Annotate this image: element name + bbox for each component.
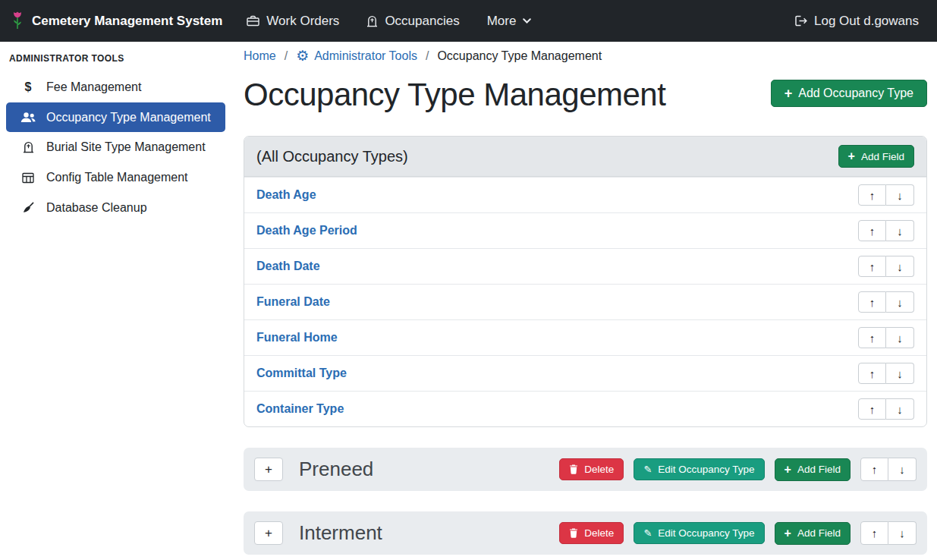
sidebar-item-occupancy-type-management[interactable]: Occupancy Type Management [6,102,225,132]
gear-icon: ⚙ [296,49,309,63]
breadcrumb-home[interactable]: Home [244,49,276,63]
field-row: Container Type ↑ ↓ [244,391,926,426]
move-up-button[interactable]: ↑ [858,363,886,384]
pencil-icon: ✎ [643,528,652,538]
sidebar-item-label: Burial Site Type Management [46,140,206,154]
field-link-committal-type[interactable]: Committal Type [256,367,347,380]
add-occupancy-type-label: Add Occupancy Type [798,87,913,100]
move-up-button[interactable]: ↑ [860,521,888,545]
brand-title: Cemetery Management System [32,14,222,29]
sidebar-item-label: Config Table Management [46,171,188,184]
move-down-button[interactable]: ↓ [888,458,917,481]
delete-button[interactable]: Delete [559,522,624,544]
page-title: Occupancy Type Management [244,77,665,113]
occupancy-type-section-interment: + Interment Delete ✎ Edit Occupancy Type [244,511,927,555]
reorder-buttons: ↑ ↓ [858,184,914,206]
plus-icon: + [848,150,855,162]
reorder-buttons: ↑ ↓ [858,398,914,420]
move-down-button[interactable]: ↓ [886,256,914,277]
breadcrumb-admin-tools[interactable]: ⚙ Administrator Tools [296,49,417,63]
card-header: (All Occupancy Types) + Add Field [244,137,926,177]
move-up-button[interactable]: ↑ [860,458,888,481]
all-occupancy-types-card: (All Occupancy Types) + Add Field Death … [244,136,927,427]
nav-work-orders-label: Work Orders [266,14,339,29]
edit-occupancy-type-button[interactable]: ✎ Edit Occupancy Type [634,458,764,480]
table-icon [20,172,36,184]
occupancy-type-section-preneed: + Preneed Delete ✎ Edit Occupancy Type [244,448,927,491]
reorder-buttons: ↑ ↓ [858,256,914,277]
nav-work-orders[interactable]: Work Orders [247,14,339,29]
move-up-button[interactable]: ↑ [858,184,886,206]
field-link-container-type[interactable]: Container Type [256,402,344,416]
field-link-funeral-date[interactable]: Funeral Date [256,295,330,309]
toolbox-icon [247,15,259,27]
move-up-button[interactable]: ↑ [858,256,886,277]
nav-occupancies[interactable]: Occupancies [366,14,459,29]
move-down-button[interactable]: ↓ [886,327,914,348]
logout-button[interactable]: Log Out d.gowans [794,14,919,29]
expand-button[interactable]: + [254,458,283,481]
delete-label: Delete [584,527,614,539]
add-field-label: Add Field [797,464,841,475]
nav-occupancies-label: Occupancies [385,14,459,29]
sidebar-heading: ADMINISTRATOR TOOLS [0,46,231,72]
reorder-buttons: ↑ ↓ [858,363,914,384]
breadcrumb-separator: / [285,49,288,63]
move-down-button[interactable]: ↓ [886,220,914,241]
move-up-button[interactable]: ↑ [858,398,886,420]
broom-icon [20,202,36,214]
move-down-button[interactable]: ↓ [886,184,914,206]
move-down-button[interactable]: ↓ [886,363,914,384]
reorder-buttons: ↑ ↓ [858,291,914,313]
breadcrumb-current: Occupancy Type Management [437,49,602,63]
sidebar-item-fee-management[interactable]: $ Fee Management [0,72,231,102]
add-field-button[interactable]: + Add Field [775,458,851,481]
add-occupancy-type-button[interactable]: + Add Occupancy Type [771,80,927,107]
move-down-button[interactable]: ↓ [886,398,914,420]
field-link-death-age-period[interactable]: Death Age Period [256,224,357,238]
expand-button[interactable]: + [254,521,283,545]
logout-icon [794,15,807,27]
breadcrumb-admin-tools-label: Administrator Tools [314,49,417,63]
dollar-icon: $ [20,80,36,94]
sidebar-item-database-cleanup[interactable]: Database Cleanup [0,193,231,223]
brand[interactable]: Cemetery Management System [11,11,222,31]
reorder-buttons: ↑ ↓ [860,521,917,545]
tombstone-icon [366,15,378,27]
field-row: Funeral Date ↑ ↓ [244,284,926,319]
nav-more-label: More [487,14,517,29]
sidebar-item-label: Database Cleanup [46,201,147,215]
move-down-button[interactable]: ↓ [888,521,917,545]
add-field-button[interactable]: + Add Field [775,522,851,545]
move-down-button[interactable]: ↓ [886,291,914,313]
reorder-buttons: ↑ ↓ [858,220,914,241]
tulip-logo-icon [11,11,24,31]
sidebar-item-config-table-management[interactable]: Config Table Management [0,162,231,193]
move-up-button[interactable]: ↑ [858,220,886,241]
logout-label: Log Out d.gowans [814,14,919,29]
delete-button[interactable]: Delete [559,458,624,480]
trash-icon [569,528,578,538]
delete-label: Delete [584,464,614,475]
edit-label: Edit Occupancy Type [658,527,754,539]
field-row: Funeral Home ↑ ↓ [244,319,926,355]
plus-icon: + [785,464,791,476]
section-actions: Delete ✎ Edit Occupancy Type + Add Field… [559,521,917,545]
add-field-label: Add Field [861,151,904,162]
field-link-death-date[interactable]: Death Date [256,260,320,273]
nav-more[interactable]: More [487,14,532,29]
add-field-button[interactable]: + Add Field [838,145,914,168]
pencil-icon: ✎ [643,464,652,474]
plus-icon: + [785,87,793,100]
chevron-down-icon [523,18,531,24]
move-up-button[interactable]: ↑ [858,327,886,348]
field-link-funeral-home[interactable]: Funeral Home [256,331,338,344]
sidebar-item-burial-site-type-management[interactable]: Burial Site Type Management [0,132,231,162]
field-row: Death Age ↑ ↓ [244,177,926,212]
breadcrumb-separator: / [426,49,429,63]
move-up-button[interactable]: ↑ [858,291,886,313]
edit-occupancy-type-button[interactable]: ✎ Edit Occupancy Type [634,522,764,544]
field-link-death-age[interactable]: Death Age [256,188,316,202]
sidebar-item-label: Occupancy Type Management [46,111,211,124]
top-navbar: Cemetery Management System Work Orders [0,0,937,42]
